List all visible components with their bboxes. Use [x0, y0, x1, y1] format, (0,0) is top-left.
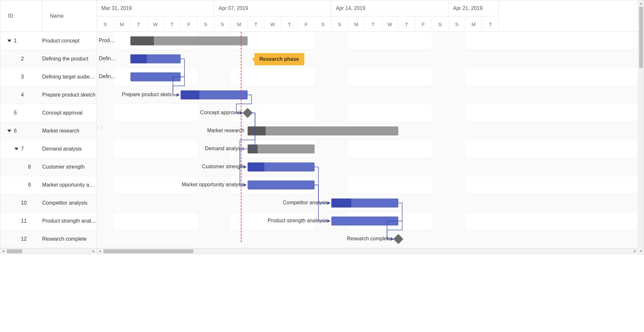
bar-label: Customer strength: [202, 164, 244, 170]
table-row[interactable]: 11Product strength analsysis: [0, 212, 97, 230]
table-row[interactable]: 7Demand analysis: [0, 140, 97, 158]
table-row[interactable]: 2Defining the product: [0, 50, 97, 68]
row-name: Research complete: [42, 236, 97, 242]
row-id: 9: [28, 182, 31, 188]
scroll-up-icon[interactable]: ▲: [638, 0, 644, 6]
row-name: Market opportunity analysis: [42, 182, 97, 188]
day-header: F: [298, 16, 315, 32]
day-header: T: [398, 16, 415, 32]
timeline-row[interactable]: Market opportunity analysis: [97, 176, 638, 194]
day-header: T: [248, 16, 264, 32]
task-bar[interactable]: [130, 54, 181, 63]
timeline-row[interactable]: Product strength analsysis: [97, 212, 638, 230]
row-name: Defining target audience: [42, 74, 97, 80]
day-header: W: [264, 16, 281, 32]
bar-label: Prod…: [99, 38, 115, 43]
grid-header: ID Name: [0, 0, 97, 32]
scroll-down-icon[interactable]: ▼: [638, 248, 644, 254]
timeline-row[interactable]: Research complete: [97, 230, 638, 248]
table-row[interactable]: 6Market research: [0, 122, 97, 140]
day-header: F: [415, 16, 432, 32]
timeline-body[interactable]: Research phaseProd…Defin…Defin…Prepare p…: [97, 32, 638, 248]
task-bar[interactable]: [331, 198, 398, 208]
timeline-row[interactable]: Defin…: [97, 50, 638, 68]
vertical-scrollbar[interactable]: ▲ ▼: [638, 0, 644, 254]
column-header-name[interactable]: Name: [42, 0, 97, 32]
row-id: 10: [21, 200, 27, 206]
timeline-row[interactable]: Market research: [97, 122, 638, 140]
week-header: Mar 31, 2019: [97, 0, 214, 16]
day-header: T: [130, 16, 147, 32]
timeline-row[interactable]: Demand analysis: [97, 140, 638, 158]
row-name: Customer strength: [42, 164, 97, 170]
row-id: 1: [14, 38, 17, 44]
task-bar[interactable]: [181, 90, 248, 99]
scrollbar-thumb[interactable]: [639, 7, 643, 68]
timeline-row[interactable]: Defin…: [97, 68, 638, 86]
table-row[interactable]: 9Market opportunity analysis: [0, 176, 97, 194]
scroll-left-icon[interactable]: ◄: [0, 248, 6, 254]
milestone[interactable]: [393, 234, 403, 244]
bar-label: Competitor analysis: [283, 200, 328, 206]
day-header: S: [331, 16, 348, 32]
day-header: M: [348, 16, 365, 32]
collapse-icon[interactable]: [14, 148, 18, 150]
bar-label: Market research: [207, 128, 244, 134]
table-row[interactable]: 12Research complete: [0, 230, 97, 248]
dependency-arrow-icon: [327, 201, 330, 205]
scrollbar-track[interactable]: [6, 248, 91, 254]
task-bar[interactable]: [248, 162, 315, 171]
table-row[interactable]: 8Customer strength: [0, 158, 97, 176]
scrollbar-track[interactable]: [103, 248, 632, 254]
timeline-row[interactable]: Concept approval: [97, 104, 638, 122]
grid-horizontal-scrollbar[interactable]: ◄ ►: [0, 248, 97, 254]
gantt-chart: ⋮⋮ ID Name 1Product concept2Defining the…: [0, 0, 644, 254]
day-header: S: [449, 16, 465, 32]
row-name: Product strength analsysis: [42, 218, 97, 224]
summary-bar[interactable]: [130, 36, 248, 45]
table-row[interactable]: 1Product concept: [0, 32, 97, 50]
column-header-id[interactable]: ID: [0, 0, 42, 32]
bar-label: Prepare product sketc…: [122, 92, 177, 97]
scroll-right-icon[interactable]: ►: [91, 248, 97, 254]
summary-bar[interactable]: [248, 144, 315, 153]
task-bar[interactable]: [130, 72, 181, 81]
grid-pane: ID Name 1Product concept2Defining the pr…: [0, 0, 97, 254]
collapse-icon[interactable]: [7, 130, 11, 132]
table-row[interactable]: 5Concept approval: [0, 104, 97, 122]
progress-fill: [130, 54, 147, 63]
scrollbar-thumb[interactable]: [103, 249, 194, 253]
milestone[interactable]: [242, 108, 252, 118]
bar-label: Research complete: [347, 236, 391, 242]
timeline-horizontal-scrollbar[interactable]: ◄ ►: [97, 248, 638, 254]
table-row[interactable]: 3Defining target audience: [0, 68, 97, 86]
row-name: Product concept: [42, 38, 97, 44]
event-marker[interactable]: Research phase: [254, 53, 304, 65]
scrollbar-thumb[interactable]: [7, 249, 22, 253]
day-header: S: [97, 16, 114, 32]
table-row[interactable]: 10Competitor analysis: [0, 194, 97, 212]
bar-label: Product strength analsysis: [268, 218, 328, 224]
day-header: S: [197, 16, 214, 32]
task-bar[interactable]: [248, 180, 315, 189]
day-header: M: [114, 16, 130, 32]
dependency-arrow-icon: [177, 93, 180, 97]
timeline-row[interactable]: Competitor analysis: [97, 194, 638, 212]
task-bar[interactable]: [331, 217, 398, 226]
day-header: T: [164, 16, 181, 32]
table-row[interactable]: 4Prepare product sketch: [0, 86, 97, 104]
timeline-row[interactable]: Customer strength: [97, 158, 638, 176]
timeline-row[interactable]: Prod…: [97, 32, 638, 50]
scroll-left-icon[interactable]: ◄: [97, 248, 103, 254]
summary-bar[interactable]: [248, 126, 398, 135]
collapse-icon[interactable]: [7, 40, 11, 42]
day-header: W: [382, 16, 398, 32]
splitter-handle[interactable]: ⋮⋮: [95, 125, 103, 130]
row-id: 12: [21, 236, 27, 242]
scroll-right-icon[interactable]: ►: [632, 248, 638, 254]
progress-fill: [130, 36, 154, 45]
day-header: S: [432, 16, 449, 32]
current-date-line: [241, 32, 242, 242]
row-id: 2: [21, 56, 24, 62]
week-header: Apr 14, 2019: [331, 0, 449, 16]
